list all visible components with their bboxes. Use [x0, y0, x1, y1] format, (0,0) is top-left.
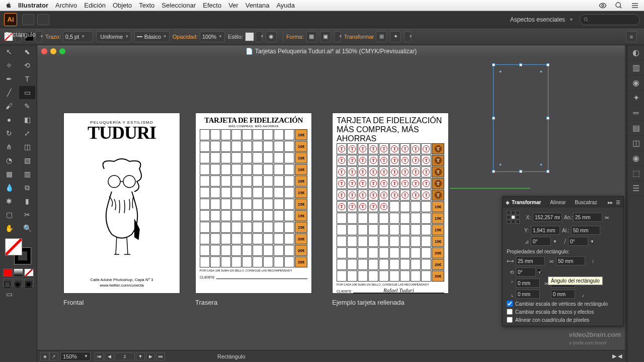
bridge-button[interactable] — [22, 14, 34, 25]
pencil-tool[interactable]: ✎ — [19, 100, 35, 113]
panel-toggle-icon[interactable]: ≡ — [626, 31, 637, 42]
rect-angle-field[interactable] — [516, 267, 536, 277]
w-field[interactable] — [573, 213, 602, 222]
selection-tool[interactable]: ↖ — [1, 45, 17, 58]
menu-edicion[interactable]: Edición — [84, 2, 106, 9]
menu-archivo[interactable]: Archivo — [55, 2, 77, 9]
link-wh-icon[interactable]: ⫘ — [604, 215, 609, 220]
menu-seleccionar[interactable]: Seleccionar — [162, 2, 196, 9]
chevron-down-icon[interactable]: ▼ — [569, 17, 574, 22]
draw-mode[interactable]: ▭ — [1, 288, 17, 301]
align-dropdown[interactable]: ▼ — [334, 31, 341, 42]
trazo-label[interactable]: Trazo: — [45, 34, 61, 40]
shape-builder-tool[interactable]: ◔ — [1, 154, 17, 167]
menu-ver[interactable]: Ver — [228, 2, 238, 9]
opacity-label[interactable]: Opacidad: — [173, 34, 198, 40]
search-field[interactable] — [580, 14, 640, 25]
artboard-num[interactable]: 2 — [115, 352, 135, 360]
scale-tool[interactable]: ⤢ — [19, 127, 35, 140]
color-mode[interactable] — [3, 268, 13, 277]
gradient-panel-icon[interactable]: ▤ — [627, 121, 644, 136]
rotate-field[interactable] — [531, 237, 551, 246]
rect-link-icon[interactable]: ⫘ — [547, 258, 554, 264]
rectangle-tool[interactable]: ▭ — [19, 86, 35, 99]
gradient-tool[interactable]: ▥ — [19, 167, 35, 180]
chk-pixel-align[interactable]: Alinear con cuadrícula de píxeles — [507, 317, 619, 323]
screen-mode-2[interactable]: ◉ — [14, 279, 23, 287]
brushes-panel-icon[interactable]: ◉ — [627, 75, 644, 90]
zoom-tool[interactable]: 🔍 — [19, 222, 35, 235]
style-dropdown[interactable]: ▼ — [256, 31, 263, 42]
reference-point[interactable] — [507, 211, 520, 224]
symbols-panel-icon[interactable]: ✦ — [627, 90, 644, 106]
shear-field[interactable] — [568, 237, 588, 246]
gpu-icon[interactable]: ◈ — [40, 352, 49, 360]
stroke-panel-icon[interactable]: ═ — [627, 106, 644, 121]
none-mode[interactable] — [24, 268, 34, 277]
type-tool[interactable]: T — [19, 72, 35, 85]
arrange-button[interactable] — [37, 14, 49, 25]
mesh-tool[interactable]: ▦ — [1, 167, 17, 180]
fill-stroke-indicator[interactable] — [5, 238, 31, 264]
panel-menu-icon[interactable]: ☰ — [616, 200, 620, 205]
brush-tool[interactable]: 🖌 — [1, 100, 17, 113]
pen-tool[interactable]: ✒ — [1, 72, 17, 85]
menu-ayuda[interactable]: Ayuda — [276, 2, 295, 9]
stroke-dropdown[interactable]: ▼ — [35, 31, 42, 42]
selection-box[interactable] — [493, 64, 548, 172]
artboard-dd[interactable]: ▼ — [136, 352, 145, 360]
appearance-panel-icon[interactable]: ◉ — [627, 151, 644, 166]
y-field[interactable] — [531, 226, 560, 235]
graph-tool[interactable]: ▮ — [19, 195, 35, 208]
rect-h-field[interactable] — [556, 256, 585, 265]
prev-artboard[interactable]: ◀ — [105, 352, 114, 360]
gradient-mode[interactable] — [14, 268, 23, 277]
width-tool[interactable]: ⋔ — [1, 140, 17, 153]
style-swatch[interactable] — [245, 32, 254, 41]
zoom-level[interactable]: 150%▼ — [60, 352, 91, 361]
transformar-link[interactable]: Transformar — [344, 34, 374, 40]
recolor-icon[interactable]: ◉ — [266, 31, 277, 42]
panel-collapse-icon[interactable]: ▸▸ — [608, 200, 613, 205]
rotate-tool[interactable]: ↻ — [1, 127, 17, 140]
slice-tool[interactable]: ✂ — [19, 208, 35, 221]
rect-w-field[interactable] — [516, 256, 545, 265]
stroke-profile[interactable]: Uniforme▼ — [96, 31, 131, 42]
symbol-tool[interactable]: ✱ — [1, 195, 17, 208]
menu-icon[interactable] — [631, 2, 639, 10]
blend-tool[interactable]: ⧉ — [19, 181, 35, 194]
eraser-tool[interactable]: ◧ — [19, 113, 35, 126]
screen-mode-1[interactable]: ▢ — [3, 279, 13, 287]
zoom-icon[interactable] — [59, 48, 65, 54]
opacity-field[interactable]: 100%▼ — [200, 31, 225, 42]
graphic-styles-icon[interactable]: ⬚ — [627, 166, 644, 181]
tab-align[interactable]: Alinear — [548, 199, 568, 206]
align-icon[interactable]: ▣ — [320, 31, 331, 42]
corner-br[interactable] — [551, 290, 575, 299]
menu-texto[interactable]: Texto — [139, 2, 154, 9]
extra-dropdown[interactable]: ▼ — [404, 31, 411, 42]
menu-efecto[interactable]: Efecto — [203, 2, 221, 9]
line-tool[interactable]: ╱ — [1, 86, 17, 99]
next-artboard[interactable]: ▶ — [146, 352, 155, 360]
menu-ventana[interactable]: Ventana — [246, 2, 270, 9]
stroke-weight[interactable]: 0,5 pt▼ — [63, 31, 93, 42]
last-artboard[interactable]: ⏭ — [156, 352, 165, 360]
first-artboard[interactable]: ⏮ — [95, 352, 104, 360]
close-icon[interactable] — [41, 48, 47, 54]
transparency-panel-icon[interactable]: ◫ — [627, 136, 644, 151]
workspace-switcher[interactable]: Aspectos esenciales — [510, 16, 565, 23]
free-transform-tool[interactable]: ◫ — [19, 140, 35, 153]
color-panel-icon[interactable]: ◐ — [627, 45, 644, 60]
menu-objeto[interactable]: Objeto — [113, 2, 132, 9]
export-icon[interactable]: ↗ — [49, 352, 58, 360]
search-icon[interactable] — [615, 2, 623, 10]
direct-select-tool[interactable]: ⬉ — [19, 45, 35, 58]
chk-scale-corners[interactable]: Cambiar escala de vértices de rectángulo — [507, 301, 619, 307]
eye-icon[interactable] — [599, 2, 607, 10]
wand-tool[interactable]: ✧ — [1, 59, 17, 72]
isolate-icon[interactable]: ⊞ — [376, 31, 387, 42]
layers-panel-icon[interactable]: ☰ — [627, 181, 644, 196]
chk-scale-strokes[interactable]: Cambiar escala de trazos y efectos — [507, 309, 619, 315]
tab-pathfinder[interactable]: Buscatraz — [573, 199, 599, 206]
